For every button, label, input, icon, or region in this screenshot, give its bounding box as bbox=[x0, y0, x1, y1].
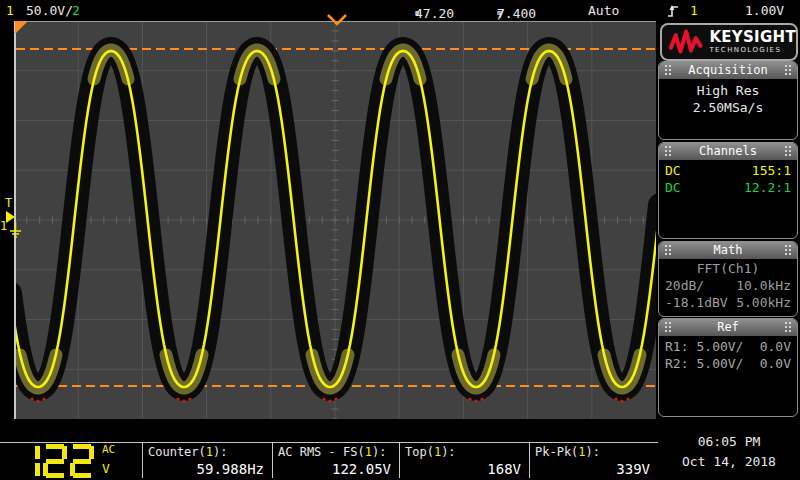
ref-panel[interactable]: Ref R1: 5.00V/ 0.0V R2: 5.00V/ 0.0V bbox=[658, 318, 798, 417]
measurement-label: Top(1): bbox=[399, 442, 529, 459]
sample-rate: 2.50MSa/s bbox=[659, 99, 797, 116]
ch1-number[interactable]: 1 bbox=[6, 3, 14, 18]
math-offset: -18.1dBV bbox=[665, 294, 728, 311]
channels-header[interactable]: Channels bbox=[659, 143, 797, 160]
keysight-logo: KEYSIGHT TECHNOLOGIES bbox=[660, 23, 798, 61]
measurement-label: Counter(1): bbox=[142, 442, 272, 459]
waveform-display[interactable] bbox=[14, 21, 656, 419]
ref2-scale: 5.00V/ bbox=[696, 355, 743, 372]
channels-title: Channels bbox=[699, 144, 757, 158]
oscilloscope-screen: 1 50.0V/ 2 47.20ms 7.400ms/ Auto 1 1.00V… bbox=[0, 0, 800, 480]
grip-icon bbox=[785, 146, 787, 148]
trigger-mode[interactable]: Auto bbox=[588, 3, 619, 18]
math-function: FFT(Ch1) bbox=[659, 260, 797, 277]
ch1-ground-label: 1 bbox=[0, 219, 7, 233]
math-header[interactable]: Math bbox=[659, 242, 797, 259]
channel2-row: DC 12.2:1 bbox=[659, 179, 797, 196]
grip-icon bbox=[785, 65, 787, 67]
measurement-value: 122.05V bbox=[272, 461, 399, 477]
ch1-coupling: DC bbox=[665, 162, 681, 179]
trigger-level[interactable]: 1.00V bbox=[745, 3, 784, 18]
delay-corner-marker bbox=[15, 21, 28, 34]
channel1-row: DC 155:1 bbox=[659, 162, 797, 179]
dvm-coupling: AC bbox=[102, 443, 115, 456]
grip-icon bbox=[665, 146, 667, 148]
ref1-scale: 5.00V/ bbox=[696, 338, 743, 355]
ref-title: Ref bbox=[717, 320, 739, 334]
dvm-unit: V bbox=[102, 461, 110, 476]
logo-text: KEYSIGHT TECHNOLOGIES bbox=[709, 30, 796, 54]
math-title: Math bbox=[714, 243, 743, 257]
ref2-offset: 0.0V bbox=[760, 355, 791, 372]
math-scale: 20dB/ bbox=[665, 277, 704, 294]
acquisition-mode: High Res bbox=[659, 82, 797, 99]
grip-icon bbox=[665, 245, 667, 247]
top-status-bar: 1 50.0V/ 2 47.20ms 7.400ms/ Auto 1 1.00V bbox=[0, 0, 800, 21]
ref2-name: R2: bbox=[665, 355, 688, 372]
clock-date: Oct 14, 2018 bbox=[658, 454, 800, 469]
math-span: 10.0kHz bbox=[736, 277, 791, 294]
channels-panel[interactable]: Channels DC 155:1 DC 12.2:1 bbox=[658, 142, 798, 239]
trigger-edge-icon bbox=[666, 4, 680, 18]
ch2-probe-ratio: 12.2:1 bbox=[744, 179, 791, 196]
measurement-pkpk[interactable]: Pk-Pk(1): 339V bbox=[529, 442, 658, 480]
ch2-coupling: DC bbox=[665, 179, 681, 196]
grip-icon bbox=[665, 322, 667, 324]
ground-icon bbox=[9, 222, 22, 239]
trigger-source[interactable]: 1 bbox=[690, 3, 698, 18]
bottom-status-bar: AC V Counter(1): 59.988Hz AC RMS - FS(1)… bbox=[0, 420, 800, 480]
ref-header[interactable]: Ref bbox=[659, 319, 797, 336]
delay-value: 47.20 bbox=[415, 6, 454, 21]
ref1-offset: 0.0V bbox=[760, 338, 791, 355]
trigger-level-label: T bbox=[5, 196, 12, 210]
acquisition-header[interactable]: Acquisition bbox=[659, 62, 797, 79]
acquisition-title: Acquisition bbox=[688, 63, 767, 77]
acquisition-panel[interactable]: Acquisition High Res 2.50MSa/s bbox=[658, 61, 798, 140]
measurement-value: 339V bbox=[529, 461, 658, 477]
math-offset-row: -18.1dBV 5.00kHz bbox=[659, 294, 797, 311]
grip-icon bbox=[785, 322, 787, 324]
math-panel[interactable]: Math FFT(Ch1) 20dB/ 10.0kHz -18.1dBV 5.0… bbox=[658, 241, 798, 317]
measurement-label: Pk-Pk(1): bbox=[529, 442, 658, 459]
logo-subtitle: TECHNOLOGIES bbox=[709, 47, 796, 54]
measurement-counter[interactable]: Counter(1): 59.988Hz bbox=[142, 442, 272, 480]
ch1-probe-ratio: 155:1 bbox=[752, 162, 791, 179]
measurement-value: 59.988Hz bbox=[142, 461, 272, 477]
measurement-top[interactable]: Top(1): 168V bbox=[399, 442, 529, 480]
clock-time: 06:05 PM bbox=[658, 434, 800, 449]
ref1-name: R1: bbox=[665, 338, 688, 355]
keysight-spark-icon bbox=[669, 28, 703, 56]
ch1-scale[interactable]: 50.0V/ bbox=[26, 3, 73, 18]
math-center: 5.00kHz bbox=[736, 294, 791, 311]
grip-icon bbox=[665, 65, 667, 67]
ref1-row: R1: 5.00V/ 0.0V bbox=[659, 338, 797, 355]
measurement-label: AC RMS - FS(1): bbox=[272, 442, 399, 459]
ref2-row: R2: 5.00V/ 0.0V bbox=[659, 355, 797, 372]
math-scale-row: 20dB/ 10.0kHz bbox=[659, 277, 797, 294]
grip-icon bbox=[785, 245, 787, 247]
ch2-number[interactable]: 2 bbox=[72, 3, 80, 18]
trigger-position-marker[interactable] bbox=[326, 13, 348, 26]
measurement-value: 168V bbox=[399, 461, 529, 477]
logo-brand: KEYSIGHT bbox=[709, 30, 796, 45]
measurement-acrms[interactable]: AC RMS - FS(1): 122.05V bbox=[272, 442, 399, 480]
clock[interactable]: 06:05 PM Oct 14, 2018 bbox=[658, 434, 800, 469]
